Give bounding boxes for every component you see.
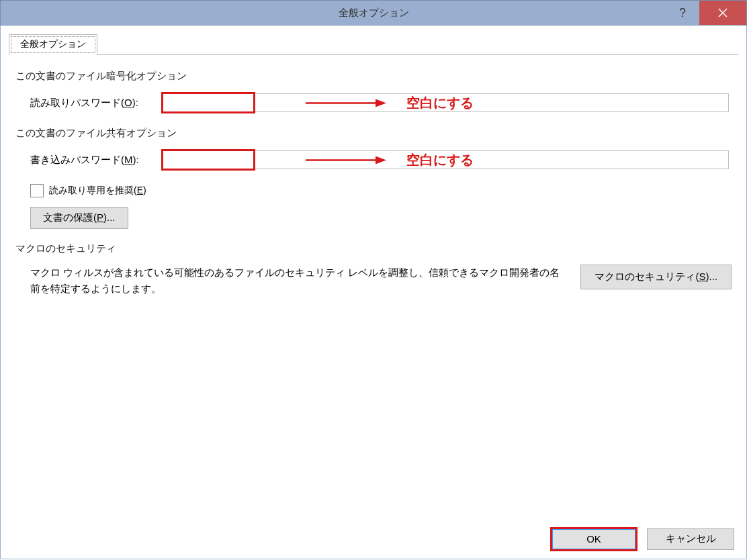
section-encryption-title: この文書のファイル暗号化オプション (15, 70, 732, 83)
readonly-checkbox-label: 読み取り専用を推奨(E) (49, 185, 146, 197)
protect-document-button[interactable]: 文書の保護(P)... (30, 207, 128, 229)
macro-security-button[interactable]: マクロのセキュリティ(S)... (580, 265, 732, 289)
write-password-input[interactable] (161, 149, 255, 171)
read-password-row: 読み取りパスワード(O): 空白にする (30, 92, 732, 113)
titlebar: 全般オプション ? (0, 0, 747, 26)
dialog-body: 全般オプション この文書のファイル暗号化オプション 読み取りパスワード(O): … (0, 26, 747, 519)
readonly-checkbox-row: 読み取り専用を推奨(E) (30, 184, 732, 197)
section-macro-title: マクロのセキュリティ (15, 242, 732, 255)
read-password-input-ext[interactable] (255, 93, 729, 112)
macro-row: マクロ ウィルスが含まれている可能性のあるファイルのセキュリティ レベルを調整し… (30, 265, 732, 297)
section-sharing-title: この文書のファイル共有オプション (15, 127, 732, 140)
macro-section: マクロのセキュリティ マクロ ウィルスが含まれている可能性のあるファイルのセキュ… (15, 242, 732, 297)
read-password-label: 読み取りパスワード(O): (30, 97, 161, 109)
read-password-input[interactable] (161, 92, 255, 113)
close-icon (718, 8, 728, 17)
titlebar-controls: ? (666, 1, 746, 25)
help-icon: ? (679, 6, 686, 20)
readonly-checkbox[interactable] (30, 184, 44, 197)
dialog-title: 全般オプション (339, 7, 409, 19)
tab-content: この文書のファイル暗号化オプション 読み取りパスワード(O): 空白にする この… (9, 55, 738, 304)
tab-general-options[interactable]: 全般オプション (9, 34, 97, 55)
help-button[interactable]: ? (666, 1, 699, 25)
write-password-input-ext[interactable] (255, 150, 729, 169)
dialog-footer: OK キャンセル (0, 519, 747, 559)
close-button[interactable] (699, 1, 746, 25)
tab-row: 全般オプション (9, 34, 738, 55)
write-password-label: 書き込みパスワード(M): (30, 154, 161, 167)
ok-button[interactable]: OK (550, 527, 638, 551)
cancel-button[interactable]: キャンセル (647, 528, 734, 550)
macro-description: マクロ ウィルスが含まれている可能性のあるファイルのセキュリティ レベルを調整し… (30, 265, 580, 297)
write-password-row: 書き込みパスワード(M): 空白にする (30, 149, 732, 171)
ok-button-label: OK (552, 529, 635, 549)
